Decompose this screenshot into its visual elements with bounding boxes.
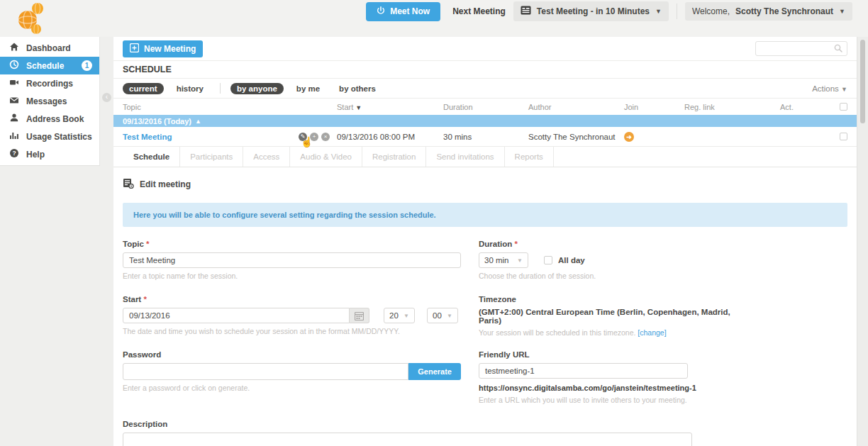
tab-reports[interactable]: Reports — [505, 147, 554, 167]
start-minute-select[interactable]: 00 ▼ — [427, 308, 458, 323]
sidebar-item-label: Dashboard — [26, 43, 71, 53]
sidebar-item-usage-statistics[interactable]: Usage Statistics — [0, 128, 99, 145]
meeting-topic-link[interactable]: Test Meeting — [123, 133, 172, 141]
caret-down-icon: ▼ — [517, 257, 523, 264]
tab-send-invitations[interactable]: Send invitations — [426, 147, 504, 167]
start-minute-value: 00 — [433, 311, 442, 320]
actions-label: Actions — [812, 84, 839, 93]
timezone-change-link[interactable]: [change] — [638, 328, 666, 337]
new-meeting-button[interactable]: New Meeting — [123, 40, 203, 57]
sidebar-collapse-toggle[interactable]: ‹ — [102, 93, 111, 102]
password-input[interactable] — [123, 363, 408, 380]
caret-down-icon: ▼ — [447, 313, 452, 319]
caret-up-icon: ▲ — [195, 118, 201, 125]
clock-icon — [9, 60, 19, 72]
scrollbar-thumb[interactable] — [860, 40, 865, 123]
join-meeting-icon[interactable]: ➜ — [624, 132, 634, 142]
password-help: Enter a password or click on generate. — [123, 384, 461, 392]
generate-password-button[interactable]: Generate — [408, 363, 461, 380]
column-start[interactable]: Start ▼ — [337, 103, 443, 111]
sidebar-item-label: Address Book — [26, 114, 84, 124]
column-reg-link[interactable]: Reg. link — [684, 103, 780, 111]
divider — [220, 83, 221, 94]
divider — [677, 4, 677, 19]
friendly-url-label: Friendly URL — [479, 350, 734, 359]
caret-down-icon: ▼ — [655, 8, 662, 15]
friendly-url-help: Enter a URL which you will use to invite… — [479, 396, 734, 404]
sidebar-item-recordings[interactable]: Recordings — [0, 74, 99, 92]
full-meeting-url: https://onsync.digitalsamba.com/go/janst… — [479, 384, 734, 392]
column-author[interactable]: Author — [528, 103, 624, 111]
duration-label: Duration — [479, 240, 734, 248]
tab-access[interactable]: Access — [243, 147, 290, 167]
description-label: Description — [123, 420, 692, 428]
table-header: Topic Start ▼ Duration Author Join Reg. … — [113, 99, 857, 115]
search-box[interactable] — [755, 41, 847, 56]
power-icon — [377, 6, 385, 17]
bar-chart-icon — [9, 130, 19, 143]
sidebar-item-messages[interactable]: Messages — [0, 92, 99, 110]
sort-caret-icon: ▼ — [355, 104, 362, 111]
password-label: Password — [123, 350, 461, 359]
next-meeting-label: Next Meeting — [452, 6, 506, 16]
tab-participants[interactable]: Participants — [180, 147, 243, 167]
column-act[interactable]: Act. — [780, 103, 833, 111]
filter-current[interactable]: current — [123, 83, 164, 94]
meet-now-button[interactable]: Meet Now — [366, 2, 440, 21]
column-topic[interactable]: Topic — [123, 103, 337, 111]
row-checkbox[interactable] — [840, 133, 847, 140]
select-all-checkbox[interactable] — [840, 103, 847, 111]
tab-audio-video[interactable]: Audio & Video — [290, 147, 362, 167]
sidebar-item-help[interactable]: ? Help — [0, 145, 99, 163]
search-input[interactable] — [760, 45, 834, 53]
description-textarea[interactable] — [123, 433, 692, 446]
sidebar-item-address-book[interactable]: Address Book — [0, 110, 99, 128]
date-group-row[interactable]: 09/13/2016 (Today) ▲ — [113, 115, 857, 127]
filter-by-others[interactable]: by others — [333, 83, 382, 94]
info-banner: Here you will be able to configure sever… — [123, 203, 847, 227]
duration-select[interactable]: 30 min ▼ — [479, 252, 528, 268]
schedule-count-badge: 1 — [82, 60, 92, 71]
start-label: Start — [123, 295, 461, 303]
edit-meeting-title: Edit meeting — [140, 179, 191, 189]
sidebar-item-schedule[interactable]: Schedule 1 — [0, 57, 99, 74]
start-hour-value: 20 — [389, 311, 399, 320]
calendar-icon[interactable] — [350, 308, 369, 323]
all-day-checkbox[interactable] — [544, 256, 552, 264]
tab-schedule[interactable]: Schedule — [123, 147, 180, 167]
start-date-input[interactable] — [123, 308, 350, 323]
timezone-label: Timezone — [479, 295, 734, 303]
tab-registration[interactable]: Registration — [362, 147, 426, 167]
column-join[interactable]: Join — [624, 103, 684, 111]
topic-help: Enter a topic name for the session. — [123, 272, 461, 280]
scrollbar-track[interactable] — [857, 37, 868, 446]
mouse-cursor-icon: ☝ — [301, 136, 313, 147]
start-hour-select[interactable]: 20 ▼ — [384, 308, 415, 323]
timezone-help: Your session will be scheduled in this t… — [479, 328, 635, 337]
filter-by-anyone[interactable]: by anyone — [230, 83, 284, 94]
sidebar-item-label: Help — [26, 150, 45, 160]
friendly-url-input[interactable] — [479, 363, 688, 379]
user-menu-dropdown[interactable]: Welcome, Scotty The Synchronaut ▼ — [685, 2, 852, 21]
column-duration[interactable]: Duration — [443, 103, 528, 111]
sidebar-item-dashboard[interactable]: Dashboard — [0, 39, 99, 57]
filter-by-me[interactable]: by me — [290, 83, 326, 94]
sidebar-item-label: Schedule — [26, 61, 64, 71]
topic-input[interactable] — [123, 252, 461, 268]
sidebar-nav: Dashboard Schedule 1 Recordings Messages… — [0, 37, 100, 166]
svg-text:?: ? — [12, 150, 16, 157]
caret-down-icon: ▼ — [839, 8, 845, 15]
table-row[interactable]: Test Meeting ✎ + × 09/13/2016 08:00 PM 3… — [113, 127, 857, 147]
edit-meeting-icon — [123, 178, 134, 191]
main-panel: New Meeting SCHEDULE current history by … — [113, 37, 857, 446]
column-start-label: Start — [337, 103, 353, 111]
meet-now-label: Meet Now — [390, 6, 430, 16]
question-icon: ? — [9, 148, 19, 160]
next-meeting-dropdown[interactable]: Test Meeting - in 10 Minutes ▼ — [513, 1, 669, 21]
actions-dropdown[interactable]: Actions ▼ — [812, 84, 847, 93]
meeting-duration: 30 mins — [443, 133, 528, 141]
welcome-username: Scotty The Synchronaut — [735, 6, 833, 16]
plus-square-icon — [130, 43, 139, 55]
filter-history[interactable]: history — [170, 83, 210, 94]
delete-icon[interactable]: × — [321, 133, 330, 141]
